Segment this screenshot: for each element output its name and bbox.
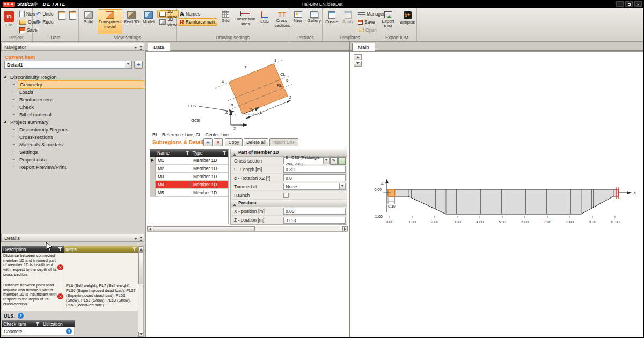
tree-item-reinforcement[interactable]: Reinforcement [12, 95, 54, 103]
tree-item-bill-of-material[interactable]: Bill of material [12, 111, 53, 118]
trimmed-at-dropdown[interactable]: None [283, 183, 346, 190]
add-detail-button[interactable]: + [134, 61, 143, 69]
redo-button[interactable]: ↷ Redo [34, 18, 56, 26]
minimize-button[interactable]: – [616, 1, 624, 7]
dropdown-caret-icon[interactable] [323, 158, 329, 164]
subregion-row-m3[interactable]: M3 Member 1D [150, 173, 228, 181]
view-3d-button[interactable]: 3D view [157, 18, 179, 26]
delete-subregion-button[interactable]: ✕ [214, 138, 223, 146]
reinforcement-toggle[interactable]: R Reinforcement [178, 18, 217, 26]
filter-icon[interactable] [185, 151, 189, 155]
cross-section-dropdown[interactable]: 3 - CS3 (Rectangle 250, 200) [283, 157, 330, 164]
expander-icon[interactable] [4, 120, 6, 123]
tree-item-discontinuity-region[interactable]: Discontinuity Region [4, 73, 58, 80]
maximize-button[interactable] [625, 1, 633, 7]
scroll-thumb[interactable] [153, 226, 255, 231]
solid-button[interactable]: Solid [80, 9, 97, 34]
subregions-col-name[interactable]: Name [156, 149, 191, 157]
x-position-input[interactable]: 0.00 [283, 208, 346, 215]
copy-button[interactable]: Copy [225, 138, 243, 146]
cross-section-picture-button[interactable] [338, 157, 346, 165]
tree-item-cross-sections[interactable]: Cross-sections [12, 133, 55, 141]
details-row[interactable]: Distance between connected member 1D and… [2, 253, 138, 282]
pin-icon[interactable] [140, 46, 142, 50]
file-button[interactable]: ID File [2, 9, 17, 34]
tree-item-report-preview-print[interactable]: Report Preview/Print [12, 163, 68, 171]
current-item-dropdown[interactable]: Detail1 [4, 61, 132, 69]
tree-item-check[interactable]: Check [12, 103, 35, 111]
member-region-shape[interactable] [229, 64, 288, 114]
edit-cross-section-button[interactable]: ✎ [330, 157, 338, 165]
ruler-label: 10.00 [610, 220, 620, 224]
tab-data[interactable]: Data [148, 43, 170, 51]
data-horizontal-scrollbar[interactable] [147, 226, 348, 232]
filter-icon[interactable] [58, 247, 62, 251]
collapse-icon[interactable] [134, 47, 137, 50]
template-create-button[interactable]: Create [324, 9, 340, 34]
template-save-button[interactable]: Save [356, 18, 378, 26]
help-icon[interactable]: ? [18, 313, 24, 319]
rotation-input[interactable]: 0.0 [283, 174, 346, 181]
subregion-row-m1[interactable]: M1 Member 1D [150, 157, 228, 165]
scroll-left-button[interactable] [147, 226, 152, 231]
tab-main[interactable]: Main [352, 43, 375, 51]
details-row[interactable]: Distance between point load impulse and … [2, 282, 138, 311]
undo-button[interactable]: ↶ Undo [34, 10, 56, 18]
tree-item-geometry[interactable]: Geometry [12, 80, 144, 88]
pin-icon[interactable] [140, 237, 142, 241]
expander-icon[interactable] [4, 75, 6, 78]
dropdown-caret-icon[interactable] [125, 61, 131, 68]
dimension-lines-button[interactable]: Dimension lines [233, 9, 257, 34]
beam-outline[interactable] [388, 189, 619, 214]
member-m-edited[interactable] [388, 189, 395, 196]
subregion-row-m2[interactable]: M2 Member 1D [150, 165, 228, 173]
scroll-down-button[interactable] [138, 332, 143, 337]
collapse-icon[interactable] [134, 238, 137, 241]
details-scrollbar[interactable] [138, 246, 144, 337]
gallery-button[interactable]: Gallery [306, 9, 322, 34]
tree-item-project-summary[interactable]: Project summary [4, 118, 50, 126]
tree-item-project-data[interactable]: Project data [12, 156, 48, 163]
scroll-right-button[interactable] [342, 226, 348, 231]
transparent-model-button[interactable]: Transparent model [98, 9, 122, 34]
dropdown-caret-icon[interactable] [339, 183, 345, 189]
section-position[interactable]: Position [231, 200, 347, 207]
scroll-thumb[interactable] [138, 252, 143, 284]
check-row[interactable]: Concrete ? [2, 327, 75, 336]
z-axis-arrowhead [385, 179, 389, 183]
help-icon[interactable]: ? [66, 328, 72, 334]
delete-all-button[interactable]: Delete all [244, 138, 268, 146]
names-toggle[interactable]: A Names [178, 10, 217, 18]
z-position-input[interactable]: -0.13 [283, 217, 346, 224]
subregion-row-m4-selected[interactable]: M4 Member 1D [150, 181, 228, 189]
export-iom-button[interactable]: Export IOM [378, 9, 398, 34]
tree-item-settings[interactable]: Settings [12, 148, 39, 156]
add-subregion-button[interactable]: + [203, 138, 213, 146]
filter-icon[interactable] [132, 247, 136, 251]
tree-item-materials-models[interactable]: Materials & models [12, 141, 64, 148]
details-col-description[interactable]: Description [2, 246, 64, 253]
filter-icon[interactable] [222, 151, 226, 155]
close-button[interactable]: ✕ [634, 1, 642, 7]
subregions-col-type[interactable]: Type [191, 149, 228, 157]
subregion-row-m5[interactable]: M5 Member 1D [150, 189, 228, 197]
filter-icon[interactable] [35, 322, 40, 326]
check-col-utilization[interactable]: Utilization [41, 320, 75, 327]
template-manager-button[interactable]: Manager [356, 10, 378, 18]
scroll-up-button[interactable] [138, 246, 143, 252]
paste-data-button[interactable] [68, 9, 78, 34]
tree-item-discontinuity-regions[interactable]: Discontinuity Regions [12, 126, 70, 133]
lcs-button[interactable]: LCS [258, 9, 272, 34]
check-col-item[interactable]: Check item [2, 320, 41, 327]
model-button[interactable]: Model [141, 9, 157, 34]
picture-new-button[interactable]: New [290, 9, 305, 34]
haunch-checkbox[interactable] [283, 193, 289, 198]
origin-level-label: 0.00 [374, 188, 382, 192]
grid-button[interactable]: Grid [218, 9, 233, 34]
copy-data-button[interactable] [57, 9, 67, 34]
real-3d-button[interactable]: Real 3D [123, 9, 140, 34]
details-col-items[interactable]: Items [64, 246, 138, 253]
bimplus-button[interactable]: b+ Bimplus [398, 9, 416, 34]
tree-item-loads[interactable]: Loads [12, 88, 35, 95]
length-input[interactable]: 0.30 [283, 166, 346, 173]
